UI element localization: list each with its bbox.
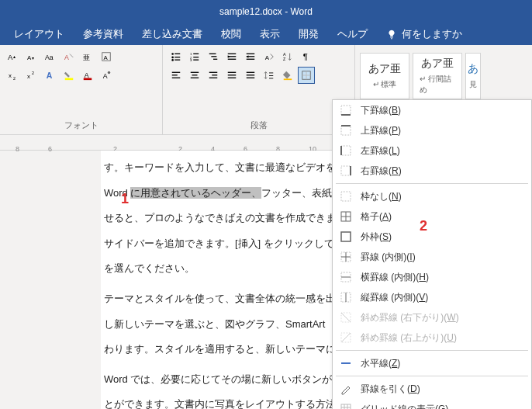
bullets-button[interactable] xyxy=(168,48,185,65)
menu-item-label: 下罫線(B) xyxy=(361,104,401,117)
svg-rect-26 xyxy=(193,54,199,54)
border-menu-item[interactable]: 枠なし(N) xyxy=(333,186,531,206)
menu-item[interactable]: レイアウト xyxy=(6,24,72,44)
border-menu-item[interactable]: 罫線 (内側)(I) xyxy=(333,247,531,267)
svg-rect-20 xyxy=(174,54,180,54)
svg-rect-55 xyxy=(228,78,237,78)
svg-text:A: A xyxy=(85,71,89,79)
svg-text:2: 2 xyxy=(13,76,16,81)
style-no-spacing[interactable]: あア亜 ↵ 行間詰め xyxy=(413,53,462,99)
change-case-button[interactable]: Aa xyxy=(42,48,59,65)
tell-me[interactable]: 何をしますか xyxy=(378,24,470,44)
svg-point-18 xyxy=(108,71,111,75)
numbering-button[interactable]: 123 xyxy=(186,48,203,65)
svg-rect-36 xyxy=(228,59,237,60)
justify-button[interactable] xyxy=(223,67,240,84)
style-sample: あ xyxy=(468,62,478,76)
svg-text:A: A xyxy=(104,54,109,61)
text-effect-button[interactable]: A xyxy=(42,67,59,84)
increase-indent-button[interactable] xyxy=(242,48,259,65)
border-menu-item[interactable]: グリッド線の表示(G) xyxy=(333,399,531,409)
style-heading-partial[interactable]: あ 見 xyxy=(465,53,481,99)
svg-text:A: A xyxy=(47,71,53,80)
border-menu-item[interactable]: 罫線を引く(D) xyxy=(333,379,531,399)
menu-item[interactable]: 開発 xyxy=(291,24,326,44)
style-name: ↵ 行間詰め xyxy=(420,74,455,95)
border-menu-item[interactable]: 上罫線(P) xyxy=(333,120,531,140)
menu-item-label: 斜め罫線 (右下がり)(W) xyxy=(361,311,459,324)
top-icon xyxy=(339,123,353,137)
border-menu-item[interactable]: 外枠(S) xyxy=(333,227,531,247)
superscript-button[interactable]: x2 xyxy=(23,67,40,84)
font-color-button[interactable]: A xyxy=(79,67,96,84)
menu-item-label: 横罫線 (内側)(H) xyxy=(361,271,429,284)
border-menu-item[interactable]: 水平線(Z) xyxy=(333,353,531,373)
char-shading-button[interactable]: A xyxy=(98,67,115,84)
text-direction-button[interactable]: A xyxy=(261,48,278,65)
right-icon xyxy=(339,164,353,178)
svg-text:A: A xyxy=(8,53,13,61)
svg-rect-91 xyxy=(341,404,351,409)
diag-up-icon xyxy=(339,331,353,345)
border-menu-item[interactable]: 縦罫線 (内側)(V) xyxy=(333,287,531,307)
svg-text:A: A xyxy=(103,72,108,80)
phonetic-guide-button[interactable]: 亜 xyxy=(79,48,96,65)
svg-rect-44 xyxy=(172,72,181,73)
svg-rect-74 xyxy=(341,192,351,201)
align-left-button[interactable] xyxy=(168,67,185,84)
border-menu-item[interactable]: 格子(A) xyxy=(333,206,531,227)
border-menu-item[interactable]: 左罫線(L) xyxy=(333,140,531,161)
menu-item[interactable]: 差し込み文書 xyxy=(134,24,210,44)
diag-down-icon xyxy=(339,310,353,324)
subscript-button[interactable]: x2 xyxy=(5,67,22,84)
font-decrease-button[interactable]: A▾ xyxy=(23,48,40,65)
sort-button[interactable]: AZ xyxy=(279,48,296,65)
clear-format-button[interactable]: A xyxy=(60,48,78,65)
svg-rect-33 xyxy=(213,59,217,60)
distribute-button[interactable] xyxy=(242,67,259,84)
show-marks-button[interactable]: ¶ xyxy=(298,48,315,65)
selection: に用意されているヘッダー、 xyxy=(130,187,261,199)
svg-text:3: 3 xyxy=(190,58,192,62)
svg-point-21 xyxy=(171,57,174,59)
svg-text:Aa: Aa xyxy=(45,54,54,61)
svg-rect-22 xyxy=(174,57,180,57)
menu-item[interactable]: ヘルプ xyxy=(330,24,375,44)
border-menu-item[interactable]: 右罫線(R) xyxy=(333,161,531,181)
border-menu-item[interactable]: 下罫線(B) xyxy=(333,100,531,120)
svg-rect-70 xyxy=(341,146,351,155)
border-menu-item[interactable]: 横罫線 (内側)(H) xyxy=(333,267,531,287)
decrease-indent-button[interactable] xyxy=(223,48,240,65)
borders-button[interactable] xyxy=(298,67,315,84)
font-increase-button[interactable]: A▴ xyxy=(5,48,22,65)
style-sample: あア亜 xyxy=(368,62,401,76)
border-menu-item: 斜め罫線 (右下がり)(W) xyxy=(333,307,531,328)
menu-item[interactable]: 参考資料 xyxy=(75,24,131,44)
align-center-button[interactable] xyxy=(186,67,203,84)
menu-item[interactable]: 表示 xyxy=(252,24,288,44)
menu-item-label: 斜め罫線 (右上がり)(U) xyxy=(361,331,457,345)
ruler-tick: 6 xyxy=(48,145,52,153)
line-spacing-button[interactable] xyxy=(261,67,278,84)
svg-rect-58 xyxy=(247,78,255,78)
svg-text:A: A xyxy=(265,54,270,61)
svg-line-89 xyxy=(341,333,351,342)
menu-item[interactable]: 校閲 xyxy=(213,24,249,44)
highlight-button[interactable] xyxy=(60,67,78,84)
align-right-button[interactable] xyxy=(205,67,222,84)
svg-rect-46 xyxy=(172,78,181,78)
multilevel-button[interactable] xyxy=(205,48,222,65)
h-inside-icon xyxy=(339,270,353,284)
all-icon xyxy=(339,210,353,224)
char-border-button[interactable]: A xyxy=(98,48,115,65)
svg-rect-56 xyxy=(247,72,255,73)
window-title: sample12.docx - Word xyxy=(219,6,313,17)
svg-rect-53 xyxy=(228,72,237,73)
svg-rect-49 xyxy=(191,78,199,78)
svg-point-19 xyxy=(171,53,174,55)
style-normal[interactable]: あア亜 ↵ 標準 xyxy=(360,53,409,99)
menu-item-label: 枠なし(N) xyxy=(361,190,402,203)
svg-rect-39 xyxy=(247,59,255,60)
shading-button[interactable] xyxy=(279,67,296,84)
menu-bar: レイアウト参考資料差し込み文書校閲表示開発ヘルプ何をしますか xyxy=(0,23,532,45)
